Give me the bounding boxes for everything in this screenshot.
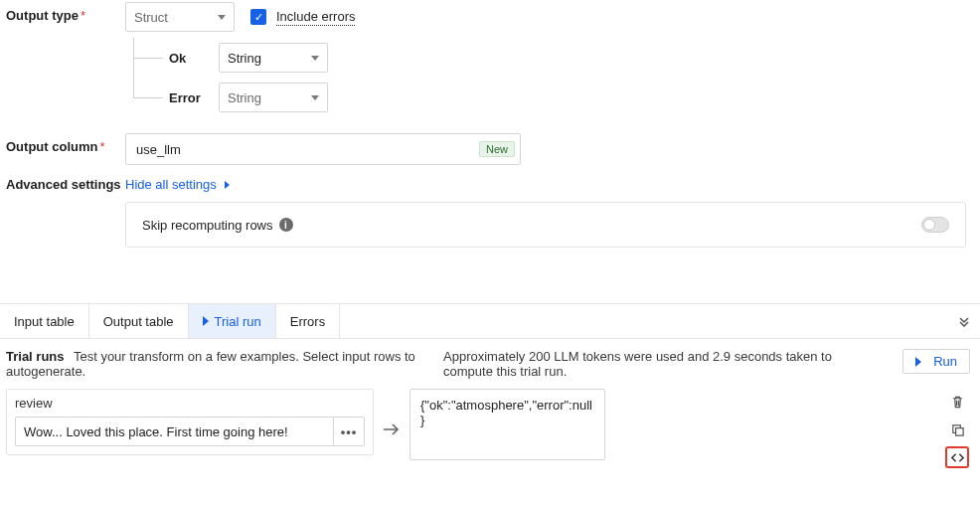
new-badge: New — [479, 141, 515, 157]
trial-stats: Approximately 200 LLM tokens were used a… — [443, 349, 883, 379]
tab-output-table[interactable]: Output table — [89, 304, 189, 338]
skip-recomputing-label: Skip recomputing rows — [142, 218, 273, 233]
collapse-icon[interactable] — [948, 315, 980, 327]
hide-all-text: Hide all settings — [125, 177, 217, 192]
toggle-knob — [923, 219, 935, 231]
tab-trial-run[interactable]: Trial run — [189, 304, 276, 338]
tab-label: Errors — [290, 314, 325, 329]
trial-output-value[interactable] — [409, 389, 605, 460]
delete-button[interactable] — [945, 391, 969, 413]
trial-input-value[interactable] — [15, 417, 333, 446]
trash-icon — [950, 395, 965, 410]
run-button[interactable]: Run — [902, 349, 970, 374]
include-errors-checkbox[interactable]: ✓ — [250, 9, 266, 25]
chevron-down-icon — [311, 95, 319, 100]
play-icon — [915, 357, 921, 367]
chevron-down-icon — [218, 15, 226, 20]
error-type-select[interactable]: String — [219, 83, 328, 112]
checkmark-icon: ✓ — [254, 12, 263, 23]
tab-input-table[interactable]: Input table — [0, 304, 89, 338]
advanced-settings-label: Advanced settings — [6, 177, 125, 192]
copy-icon — [950, 422, 965, 437]
skip-recomputing-toggle[interactable] — [921, 217, 949, 233]
tree-connector — [125, 38, 169, 78]
tab-errors[interactable]: Errors — [276, 304, 340, 338]
chevron-down-icon — [311, 56, 319, 61]
include-errors-label[interactable]: Include errors — [276, 9, 355, 26]
trial-input-card: review ••• — [6, 389, 374, 455]
trial-input-column: review — [15, 396, 365, 411]
skip-recomputing-panel: Skip recomputing rows i — [125, 202, 966, 248]
ok-type-value: String — [228, 51, 261, 66]
more-options-button[interactable]: ••• — [333, 417, 365, 446]
svg-rect-1 — [955, 427, 963, 435]
struct-ok-label: Ok — [169, 51, 219, 66]
tab-label: Trial run — [215, 314, 261, 329]
tab-label: Input table — [14, 314, 75, 329]
play-icon — [203, 316, 209, 326]
output-type-select[interactable]: Struct — [125, 2, 235, 32]
arrow-icon — [380, 389, 404, 436]
run-label: Run — [933, 354, 957, 369]
ellipsis-icon: ••• — [341, 424, 358, 439]
required-asterisk: * — [99, 139, 104, 154]
required-asterisk: * — [81, 8, 85, 23]
error-type-value: String — [228, 90, 261, 105]
code-view-button[interactable] — [945, 446, 969, 468]
struct-error-label: Error — [169, 90, 219, 105]
hide-all-settings-link[interactable]: Hide all settings — [125, 177, 230, 192]
output-type-value: Struct — [134, 10, 168, 25]
output-column-label: Output column — [6, 139, 97, 154]
code-icon — [950, 450, 965, 465]
output-type-label: Output type — [6, 8, 79, 23]
trial-runs-desc: Test your transform on a few examples. S… — [6, 349, 415, 379]
trial-runs-title: Trial runs — [6, 349, 65, 364]
tree-connector — [125, 78, 169, 117]
copy-button[interactable] — [945, 419, 969, 440]
chevron-right-icon — [225, 181, 230, 189]
output-column-input[interactable] — [125, 133, 521, 165]
tab-label: Output table — [103, 314, 174, 329]
ok-type-select[interactable]: String — [219, 43, 328, 73]
info-icon[interactable]: i — [279, 218, 293, 232]
